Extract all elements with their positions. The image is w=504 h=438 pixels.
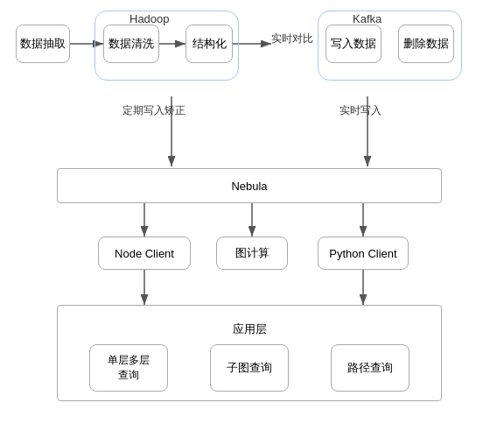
subgraph-query-box: 子图查询 <box>210 344 289 392</box>
structured-box: 结构化 <box>186 25 233 63</box>
kafka-label: Kafka <box>353 12 382 25</box>
path-query-label: 路径查询 <box>347 360 393 376</box>
nebula-label: Nebula <box>231 180 267 193</box>
hadoop-label: Hadoop <box>130 12 170 25</box>
path-query-box: 路径查询 <box>331 344 410 392</box>
periodic-correct-label: 定期写入矫正 <box>122 103 186 118</box>
data-extract-box: 数据抽取 <box>16 25 70 63</box>
node-client-box: Node Client <box>98 237 191 270</box>
delete-data-label: 删除数据 <box>403 36 449 52</box>
python-client-label: Python Client <box>329 247 396 260</box>
python-client-box: Python Client <box>318 237 409 270</box>
nebula-box: Nebula <box>57 168 442 203</box>
structured-label: 结构化 <box>192 36 227 52</box>
data-clean-label: 数据清洗 <box>108 36 154 52</box>
data-extract-label: 数据抽取 <box>20 36 66 52</box>
data-clean-box: 数据清洗 <box>103 25 159 63</box>
single-multi-box: 单层多层 查询 <box>89 344 168 392</box>
app-layer-label: 应用层 <box>233 322 267 336</box>
write-data-label: 写入数据 <box>331 36 376 52</box>
graph-compute-box: 图计算 <box>216 237 288 270</box>
diagram: 数据抽取 Hadoop 数据清洗 结构化 实时对比 Kafka 写入数据 删除数… <box>0 0 504 438</box>
delete-data-box: 删除数据 <box>398 25 454 63</box>
realtime-write-label: 实时写入 <box>340 103 382 118</box>
realtime-compare-label: 实时对比 <box>271 32 313 46</box>
app-layer-box: 应用层 单层多层 查询 子图查询 路径查询 <box>57 305 442 401</box>
node-client-label: Node Client <box>115 247 174 260</box>
subgraph-query-label: 子图查询 <box>227 360 272 376</box>
write-data-box: 写入数据 <box>326 25 382 63</box>
graph-compute-label: 图计算 <box>235 245 270 261</box>
single-multi-label: 单层多层 查询 <box>108 353 150 383</box>
